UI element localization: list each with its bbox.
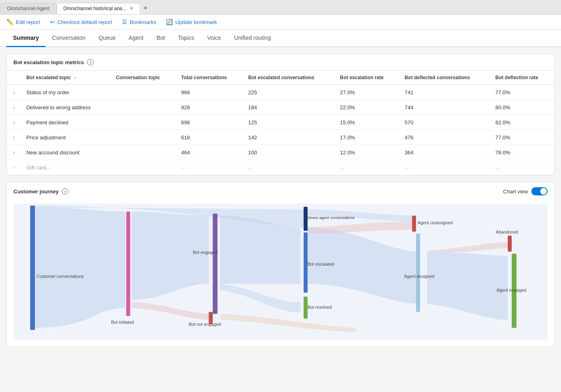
edit-report-button[interactable]: ✏️ Edit report [7, 19, 40, 25]
cell-topic: Delivered to wrong address [22, 100, 111, 115]
col-total-conversations[interactable]: Total conversations [176, 71, 243, 85]
col-bot-deflected-conversations[interactable]: Bot deflected conversations [400, 71, 490, 85]
col-conversation-topic[interactable]: Conversation topic [111, 71, 176, 85]
checkout-icon: ↩ [50, 19, 55, 25]
tab-queue[interactable]: Queue [92, 30, 122, 47]
cell-escalation_rate: 15.0% [335, 115, 400, 130]
cell-escalated_conv: 100 [244, 145, 335, 160]
expand-row-button[interactable]: › [12, 119, 17, 126]
expand-row-button[interactable]: › [12, 164, 17, 171]
close-tab-icon[interactable]: ✕ [130, 6, 133, 11]
cell-deflected_conv: 570 [400, 115, 490, 130]
cell-conv_topic [111, 145, 176, 160]
tab-omnichannel-historical[interactable]: Omnichannel historical ana... ✕ [57, 3, 140, 14]
main-content: Bot escalation topic metrics i Bot escal… [0, 47, 561, 392]
table-row: ›Gift card.................. [7, 160, 554, 175]
col-bot-escalation-rate[interactable]: Bot escalation rate [335, 71, 400, 85]
journey-title-text: Customer journey [13, 188, 59, 195]
cell-escalation_rate: 12.0% [335, 145, 400, 160]
cell-total_conv: 464 [176, 145, 243, 160]
svg-text:Bot engaged: Bot engaged [193, 249, 217, 254]
cell-escalated_conv: 184 [244, 100, 335, 115]
svg-text:Agent engaged: Agent engaged [496, 288, 526, 292]
svg-text:Customer conversations: Customer conversations [37, 274, 84, 279]
node-bot-resolved [304, 297, 308, 318]
chart-view-toggle[interactable]: Chart view [503, 187, 548, 195]
journey-title-area: Customer journey i [13, 188, 68, 195]
col-bot-deflection-rate[interactable]: Bot deflection rate [491, 71, 554, 85]
tab-bot[interactable]: Bot [150, 30, 172, 47]
expand-col-header [7, 71, 22, 85]
journey-header: Customer journey i Chart view [7, 182, 554, 200]
expand-row-button[interactable]: › [12, 104, 17, 110]
tab-agent[interactable]: Agent [122, 30, 150, 47]
checkout-report-button[interactable]: ↩ Checkout default report [50, 19, 112, 25]
cell-topic: Payment declined [22, 115, 111, 130]
info-icon[interactable]: i [87, 59, 94, 65]
cell-deflected_conv: ... [400, 160, 490, 175]
svg-text:Bot resolved: Bot resolved [308, 305, 332, 310]
bookmarks-button[interactable]: ☰ Bookmarks [122, 19, 156, 25]
svg-text:Agent assigned: Agent assigned [404, 274, 434, 279]
chart-view-switch[interactable] [531, 187, 548, 195]
svg-text:Direct agent conversations: Direct agent conversations [308, 215, 355, 220]
table-row: ›Delivered to wrong address92818422.0%74… [7, 100, 554, 115]
cell-deflected_conv: 744 [400, 100, 490, 115]
cell-escalation_rate: 22.0% [335, 100, 400, 115]
node-abandoned [508, 236, 512, 252]
tab-topics[interactable]: Topics [172, 30, 201, 47]
node-bot-engaged [213, 214, 217, 314]
node-bot-initiated [126, 212, 130, 316]
bookmarks-label: Bookmarks [130, 19, 156, 25]
cell-escalated_conv: 125 [244, 115, 335, 130]
chart-view-label: Chart view [503, 188, 528, 195]
bot-metrics-section: Bot escalation topic metrics i Bot escal… [7, 54, 554, 175]
cell-total_conv: ... [176, 160, 243, 175]
cell-conv_topic [111, 115, 176, 130]
cell-escalation_rate: 27.0% [335, 85, 400, 100]
sort-icon: ↑ [74, 76, 76, 80]
edit-icon: ✏️ [7, 19, 13, 25]
cell-topic: Price adjustment [22, 130, 111, 145]
col-bot-escalated-topic[interactable]: Bot escalated topic ↑ [22, 71, 111, 85]
sankey-svg: Customer conversations Bot initiated Bot… [13, 204, 548, 340]
node-direct-agent [304, 207, 308, 231]
tab-summary[interactable]: Summary [7, 30, 46, 47]
table-row: ›Price adjustment61814217.0%47677.0% [7, 130, 554, 145]
expand-row-button[interactable]: › [12, 134, 17, 141]
expand-row-button[interactable]: › [12, 149, 17, 156]
journey-info-icon[interactable]: i [62, 188, 68, 195]
cell-deflection_rate: 78.0% [491, 145, 554, 160]
cell-conv_topic [111, 130, 176, 145]
tab-unified-routing[interactable]: Unified routing [228, 30, 277, 47]
tab-omnichannel-agent[interactable]: Omnichannel Agent [0, 3, 57, 14]
col-bot-escalated-conversations[interactable]: Bot escalated conversations [244, 71, 335, 85]
svg-text:Abandoned: Abandoned [496, 230, 518, 234]
tab-label: Omnichannel Agent [7, 6, 50, 11]
node-bot-escalated [304, 232, 308, 292]
svg-text:Bot initiated: Bot initiated [111, 320, 134, 325]
toolbar: ✏️ Edit report ↩ Checkout default report… [0, 15, 561, 30]
bot-metrics-table: Bot escalated topic ↑ Conversation topic… [7, 71, 554, 175]
cell-deflection_rate: ... [491, 160, 554, 175]
svg-text:Bot escalated: Bot escalated [308, 262, 334, 266]
expand-row-button[interactable]: › [12, 89, 17, 95]
new-tab-button[interactable]: + [140, 2, 151, 14]
cell-deflected_conv: 741 [400, 85, 490, 100]
cell-topic: Status of my order [22, 85, 111, 100]
table-row: ›New accound discount46410012.0%36478.0% [7, 145, 554, 160]
cell-escalation_rate: 17.0% [335, 130, 400, 145]
cell-conv_topic [111, 85, 176, 100]
edit-report-label: Edit report [16, 19, 40, 25]
bot-metrics-table-wrapper: Bot escalated topic ↑ Conversation topic… [7, 71, 554, 175]
tab-conversation[interactable]: Conversation [46, 30, 92, 47]
cell-conv_topic [111, 160, 176, 175]
cell-escalated_conv: 225 [244, 85, 335, 100]
nav-tabs: Summary Conversation Queue Agent Bot Top… [0, 30, 561, 47]
table-row: ›Payment declined69612515.0%57082.0% [7, 115, 554, 130]
update-bookmark-button[interactable]: 🔄 Update bookmark [166, 19, 217, 25]
cell-total_conv: 966 [176, 85, 243, 100]
cell-deflected_conv: 364 [400, 145, 490, 160]
tab-voice[interactable]: Voice [201, 30, 228, 47]
tab-label: Omnichannel historical ana... [63, 6, 126, 11]
